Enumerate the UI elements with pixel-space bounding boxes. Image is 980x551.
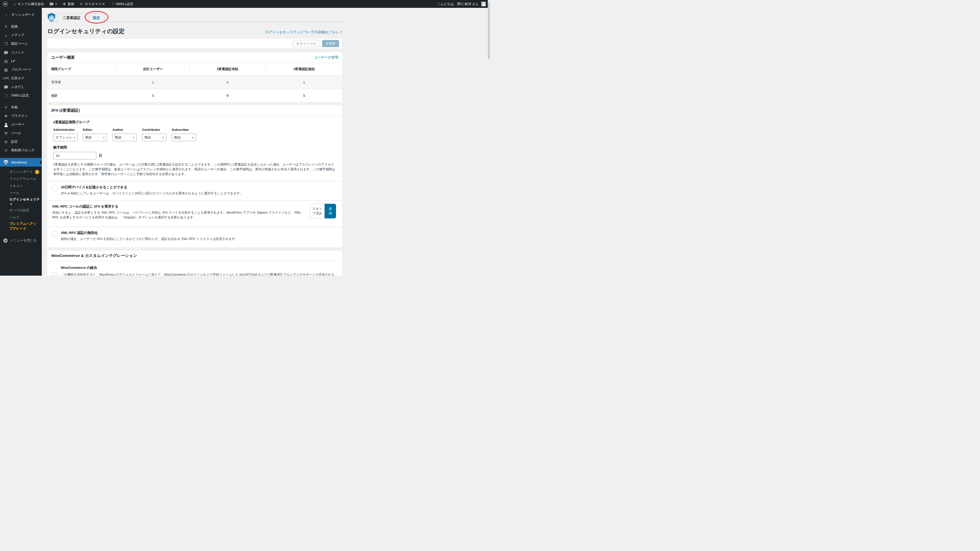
grace-period-unit: 日 [99,153,102,158]
plug-icon: ❖ [3,114,9,118]
table-row: 管理者 1 0 1 [47,76,342,89]
submenu-label: プレミアムへアップグレード [10,221,38,230]
cell-inactive: 1 [266,89,342,102]
scrollbar-thumb[interactable] [488,2,490,59]
pages-icon: ❐ [3,42,9,46]
new-content-menu[interactable]: ✚ 新規 [60,0,77,8]
submenu-label: ダッシュボード [10,170,33,174]
sidebar-item-label: 広告タグ [11,76,25,81]
docs-link-label: ログインセキュリティについての詳細はこちら [265,30,339,34]
sidebar-item-pages[interactable]: ❐ 固定ページ [0,40,42,48]
sidebar-item-lp[interactable]: ▤ LP [0,57,42,65]
sidebar-item-settings[interactable]: ⚙ 設定 [0,137,42,146]
submenu-item-wf-scan[interactable]: スキャン [0,183,42,190]
submenu-label: ツール [10,191,19,195]
woocommerce-integration-checkbox[interactable] [52,272,58,276]
editor-2fa-select[interactable]: 無効 ∨ [83,133,107,141]
section-title: WooCommerce & カスタムインテグレーション [51,253,137,259]
twofa-roles-block: 2要素認証権限グループ Administrator オプション ∨ Editor… [47,116,342,181]
cell-role: 管理者 [47,76,117,89]
tab-label: 設定 [93,16,100,20]
sidebar-item-adtag[interactable]: [ad] 広告タグ [0,74,42,83]
swell-settings-menu[interactable]: ☽ SWELL設定 [108,0,137,8]
sidebar-item-dashboard[interactable]: ◔ ダッシュボード [0,10,42,19]
role-label-editor: Editor [83,128,107,132]
select-value: 無効 [174,135,181,140]
required-option-button[interactable]: 必須 [325,204,336,218]
sidebar-item-plugins[interactable]: ❖ プラグイン [0,112,42,120]
column-2fa-active: 2要素認証有効 [189,63,266,76]
chevron-down-icon: ∨ [103,136,105,139]
sidebar-item-label: ふきだし [11,84,25,89]
sidebar-item-tools[interactable]: ⚒ ツール [0,129,42,137]
wordpress-logo-icon: W [3,2,8,6]
submenu-item-wf-all-options[interactable]: すべての設定 [0,207,42,214]
woocommerce-section-header: WooCommerce & カスタムインテグレーション [47,251,342,261]
author-2fa-select[interactable]: 無効 ∨ [113,133,137,141]
tab-two-factor[interactable]: 二要素認証 [57,13,86,22]
subscriber-2fa-select[interactable]: 無効 ∨ [172,133,196,141]
remember-device-checkbox[interactable] [52,186,58,191]
table-header-row: 権限グループ 合計ユーザー 2要素認証有効 2要素認証無効 [47,63,342,76]
section-title: ユーザー概要 [51,55,75,60]
sidebar-item-media[interactable]: ♫ メディア [0,31,42,40]
setting-title: XML-RPC コールの認証に 2FA を要求する [52,204,336,209]
sidebar-item-comments[interactable]: コメント [0,48,42,57]
cell-total: 1 [117,89,189,102]
submenu-item-wf-help[interactable]: ヘルプ [0,214,42,221]
sidebar-item-users[interactable]: ユーザー [0,120,42,129]
gauge-icon: ◔ [3,13,9,17]
sidebar-item-wordfence[interactable]: Wordfence [0,158,42,167]
sidebar-item-appearance[interactable]: ✐ 外観 [0,103,42,112]
submenu-item-wf-tools[interactable]: ツール [0,190,42,197]
xmlrpc-require-2fa-setting: XML-RPC コールの認証に 2FA を要求する 有効にすると、認証を必要とす… [47,201,342,227]
sidebar-item-reusable-blocks[interactable]: ↺ 再利用ブロック [0,146,42,155]
sidebar-item-label: コメント [11,50,25,55]
admin-bar: W ⌂ サンプル株式会社 0 ✚ 新規 ✐ カスタマイズ ☽ SWELL設定 こ… [0,0,490,8]
save-button[interactable]: を保存 [322,40,339,47]
wordfence-tabs: 二要素認証 設定 [47,14,342,22]
main-content: 二要素認証 設定 ログインセキュリティの設定 ログインセキュリティについての詳細… [42,8,488,276]
grace-period-help-text: 2要素認証を必要とする権限グループの場合、ユーザーはこの日数の間に2要素認証を設… [53,162,336,176]
avatar[interactable] [481,2,486,6]
sidebar-item-swell-settings[interactable]: ☽ SWELL設定 [0,91,42,100]
skipped-option-button[interactable]: スキップ済み [310,204,325,218]
docs-link[interactable]: ログインセキュリティについての詳細はこちら↗ [265,30,342,35]
woocommerce-body: WooCommerce の統合 この機能を有効化すると、WordPress のデ… [47,261,342,276]
xmlrpc-disable-checkbox[interactable] [52,231,58,237]
user-icon [3,122,9,127]
grace-period-label: 猶予期間 [53,145,336,150]
user-greeting[interactable]: こんにちは、野口 銀河 さん [437,2,479,6]
new-label: 新規 [68,2,74,6]
wordpress-menu[interactable]: W [0,0,11,8]
undo-arrow-icon: ↺ [3,149,9,152]
submenu-label: ファイアウォール [10,177,36,181]
vertical-scrollbar[interactable] [488,0,490,276]
administrator-2fa-select[interactable]: オプション ∨ [53,133,78,141]
sidebar-item-posts[interactable]: ✎ 投稿 [0,22,42,31]
role-label-contributor: Contributor [142,128,166,132]
collapse-menu-button[interactable]: ◀ メニューを閉じる [0,236,42,245]
submenu-item-wf-firewall[interactable]: ファイアウォール [0,175,42,183]
swell-icon: ☽ [111,2,114,6]
wrench-icon: ⚒ [3,131,9,135]
submenu-item-wf-upgrade[interactable]: プレミアムへアップグレード [0,221,41,231]
submenu-item-wf-dashboard[interactable]: ダッシュボード 1 [0,168,42,175]
grace-period-input[interactable] [53,152,96,159]
sidebar-item-blogparts[interactable]: ▦ ブログパーツ [0,65,42,74]
sidebar-item-fukidashi[interactable]: ふきだし [0,83,42,91]
site-name-menu[interactable]: ⌂ サンプル株式会社 [11,0,47,8]
comments-count: 0 [55,2,57,6]
ad-tag-icon: [ad] [3,77,9,80]
customize-menu[interactable]: ✐ カスタマイズ [77,0,108,8]
manage-users-link[interactable]: ユーザーの管理 [314,55,338,60]
tab-settings[interactable]: 設定 [89,13,104,22]
roles-group-label: 2要素認証権限グループ [53,120,336,124]
customize-label: カスタマイズ [85,2,105,6]
collapse-label: メニューを閉じる [10,238,37,243]
contributor-2fa-select[interactable]: 無効 ∨ [142,133,166,141]
cancel-button[interactable]: をキャンセル [293,40,320,47]
xmlrpc-disable-setting: XML-RPC 認証の無効化 無効の場合、ユーザーが 2FA を有効にしているか… [47,227,342,248]
submenu-item-wf-login-security[interactable]: ログインセキュリティ [0,197,42,207]
comments-menu[interactable]: 0 [47,0,60,8]
